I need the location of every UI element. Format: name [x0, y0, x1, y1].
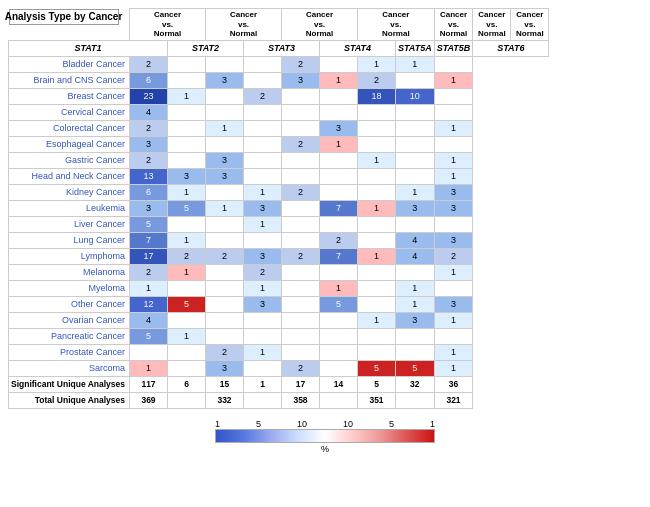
- pct-label: %: [321, 444, 329, 454]
- data-cell: 3: [130, 136, 168, 152]
- data-cell: 1: [434, 344, 473, 360]
- data-cell: [206, 136, 244, 152]
- data-cell: 1: [130, 280, 168, 296]
- data-cell: 2: [244, 264, 282, 280]
- data-cell: 7: [130, 232, 168, 248]
- data-cell: 2: [130, 56, 168, 72]
- data-cell: [282, 328, 320, 344]
- cancer-type-label: Pancreatic Cancer: [9, 328, 130, 344]
- table-row: Kidney Cancer611213: [9, 184, 549, 200]
- data-cell: 3: [434, 184, 473, 200]
- data-cell: 1: [168, 232, 206, 248]
- total-unique-cell: 358: [282, 392, 320, 408]
- data-cell: [206, 216, 244, 232]
- data-cell: [244, 152, 282, 168]
- legend-label-5-left: 5: [256, 419, 261, 429]
- data-cell: [206, 280, 244, 296]
- table-row: Cervical Cancer4: [9, 104, 549, 120]
- data-cell: 3: [206, 152, 244, 168]
- data-cell: 1: [206, 120, 244, 136]
- data-cell: 1: [434, 72, 473, 88]
- data-cell: 1: [434, 264, 473, 280]
- table-row: Colorectal Cancer2131: [9, 120, 549, 136]
- data-cell: 3: [434, 296, 473, 312]
- main-container: Analysis Type by Cancer Cancervs.Normal …: [0, 0, 650, 462]
- data-cell: [396, 264, 435, 280]
- data-cell: [434, 136, 473, 152]
- legend-label-1-right: 1: [430, 419, 435, 429]
- total-unique-cell: [244, 392, 282, 408]
- table-row: Head and Neck Cancer13331: [9, 168, 549, 184]
- total-unique-cell: 351: [358, 392, 396, 408]
- data-cell: 2: [244, 88, 282, 104]
- data-cell: [244, 56, 282, 72]
- data-cell: 1: [244, 344, 282, 360]
- data-cell: [358, 120, 396, 136]
- cancer-type-label: Esophageal Cancer: [9, 136, 130, 152]
- data-cell: [358, 344, 396, 360]
- sig-unique-cell: 15: [206, 376, 244, 392]
- total-unique-row: Total Unique Analyses369332358351321: [9, 392, 549, 408]
- significant-unique-label: Significant Unique Analyses: [9, 376, 130, 392]
- cancer-type-label: Brain and CNS Cancer: [9, 72, 130, 88]
- data-cell: 1: [434, 120, 473, 136]
- data-cell: [320, 88, 358, 104]
- table-row: Lymphoma1722327142: [9, 248, 549, 264]
- table-row: Melanoma2121: [9, 264, 549, 280]
- cancer-type-label: Lung Cancer: [9, 232, 130, 248]
- data-cell: 3: [206, 72, 244, 88]
- data-cell: [206, 312, 244, 328]
- data-cell: [282, 280, 320, 296]
- table-row: Other Cancer1253513: [9, 296, 549, 312]
- data-cell: [434, 88, 473, 104]
- data-cell: [206, 296, 244, 312]
- data-cell: [396, 344, 435, 360]
- cancer-type-label: Prostate Cancer: [9, 344, 130, 360]
- data-cell: [244, 104, 282, 120]
- table-row: Pancreatic Cancer51: [9, 328, 549, 344]
- data-cell: 2: [206, 248, 244, 264]
- cancer-type-label: Bladder Cancer: [9, 56, 130, 72]
- cancer-type-label: Liver Cancer: [9, 216, 130, 232]
- cancer-type-label: Lymphoma: [9, 248, 130, 264]
- data-cell: 2: [320, 232, 358, 248]
- data-cell: [358, 280, 396, 296]
- data-cell: [282, 296, 320, 312]
- data-cell: [396, 152, 435, 168]
- data-cell: [320, 328, 358, 344]
- data-cell: 1: [396, 296, 435, 312]
- sig-unique-cell: 6: [168, 376, 206, 392]
- data-cell: 1: [358, 312, 396, 328]
- data-cell: [244, 360, 282, 376]
- stat5a-name: STAT5A: [396, 40, 435, 56]
- data-cell: [282, 216, 320, 232]
- data-cell: 2: [206, 344, 244, 360]
- cancer-type-label: Head and Neck Cancer: [9, 168, 130, 184]
- cancer-type-label: Leukemia: [9, 200, 130, 216]
- stat1-name: STAT1: [9, 40, 168, 56]
- data-cell: [206, 264, 244, 280]
- main-table: Analysis Type by Cancer Cancervs.Normal …: [8, 8, 549, 409]
- data-cell: 3: [434, 232, 473, 248]
- data-cell: 1: [434, 360, 473, 376]
- table-row: Bladder Cancer2211: [9, 56, 549, 72]
- sig-unique-cell: 117: [130, 376, 168, 392]
- data-cell: [282, 264, 320, 280]
- data-cell: 5: [168, 200, 206, 216]
- data-cell: 1: [244, 216, 282, 232]
- data-cell: [168, 344, 206, 360]
- sig-unique-cell: 1: [244, 376, 282, 392]
- data-cell: [358, 328, 396, 344]
- data-cell: 3: [396, 312, 435, 328]
- table-row: Leukemia35137133: [9, 200, 549, 216]
- table-row: Esophageal Cancer321: [9, 136, 549, 152]
- data-cell: [396, 328, 435, 344]
- data-cell: 5: [320, 296, 358, 312]
- data-cell: [244, 168, 282, 184]
- data-cell: [168, 136, 206, 152]
- data-cell: 2: [130, 264, 168, 280]
- data-cell: [282, 120, 320, 136]
- data-cell: [244, 312, 282, 328]
- data-cell: [320, 184, 358, 200]
- data-cell: 2: [282, 360, 320, 376]
